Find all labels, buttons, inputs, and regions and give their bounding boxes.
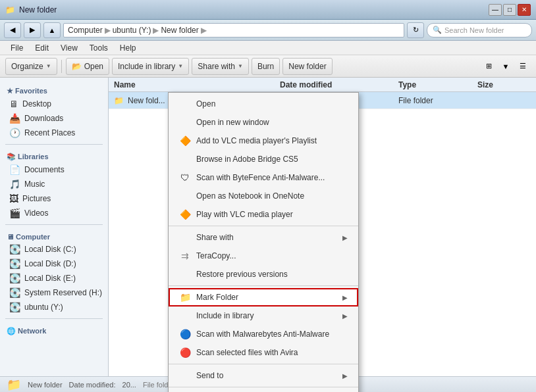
- ctx-share-with[interactable]: Share with ▶: [169, 228, 358, 247]
- status-date-label: Date modified:: [69, 381, 116, 389]
- sidebar-item-c[interactable]: 💽 Local Disk (C:): [0, 242, 108, 257]
- view-dropdown-button[interactable]: ▼: [498, 59, 514, 74]
- back-button[interactable]: ◀: [4, 22, 21, 38]
- ctx-bytefence-label: Scan with ByteFence Anti-Malware...: [196, 173, 325, 182]
- desktop-label: Desktop: [22, 99, 51, 109]
- organize-arrow: ▼: [46, 63, 51, 69]
- ctx-separator-4: [169, 387, 358, 387]
- ctx-mark-folder[interactable]: 📁 Mark Folder ▶: [169, 288, 358, 306]
- ctx-send-to[interactable]: Send to ▶: [169, 366, 358, 385]
- sidebar-item-d[interactable]: 💽 Local Disk (D:): [0, 257, 108, 271]
- ctx-open-new-window[interactable]: Open in new window: [169, 113, 358, 132]
- col-header-size[interactable]: Size: [477, 80, 530, 89]
- ctx-onenote-icon: [179, 190, 191, 202]
- ctx-mark-folder-label: Mark Folder: [196, 293, 238, 302]
- status-date-value: 20...: [122, 381, 136, 389]
- file-list-header: Name Date modified Type Size: [109, 78, 536, 92]
- sidebar-item-music[interactable]: 🎵 Music: [0, 177, 108, 191]
- open-label: Open: [84, 62, 103, 71]
- window-icon: 📁: [5, 5, 15, 14]
- ctx-teracopy[interactable]: ⇉ TeraCopy...: [169, 247, 358, 265]
- path-sep-3: ▶: [201, 26, 207, 35]
- ctx-include-library-arrow: ▶: [342, 312, 348, 320]
- col-header-name[interactable]: Name: [109, 80, 280, 89]
- ctx-adobe-bridge-label: Browse in Adobe Bridge CS5: [196, 155, 298, 164]
- address-path[interactable]: Computer ▶ ubuntu (Y:) ▶ New folder ▶: [63, 23, 404, 37]
- documents-label: Documents: [24, 165, 65, 174]
- search-box[interactable]: 🔍 Search New folder: [427, 23, 532, 37]
- sidebar-item-desktop[interactable]: 🖥 Desktop: [0, 97, 108, 111]
- sidebar-item-e[interactable]: 💽 Local Disk (E:): [0, 271, 108, 285]
- ctx-adobe-bridge-icon: [179, 153, 191, 165]
- share-with-button[interactable]: Share with ▼: [192, 58, 249, 75]
- toolbar: Organize ▼ 📂 Open Include in library ▼ S…: [0, 55, 536, 78]
- view-mode-button[interactable]: ⊞: [481, 59, 496, 74]
- computer-label: 🖥 Computer: [0, 229, 108, 242]
- up-button[interactable]: ▲: [43, 22, 61, 38]
- minimize-button[interactable]: —: [489, 4, 502, 16]
- ctx-cut[interactable]: Cut: [169, 389, 358, 392]
- music-icon: 🎵: [9, 179, 20, 189]
- sidebar-item-h[interactable]: 💽 System Reserved (H:): [0, 285, 108, 300]
- preview-pane-button[interactable]: ☰: [515, 59, 531, 74]
- refresh-button[interactable]: ↻: [407, 22, 424, 38]
- libraries-label: 📚 Libraries: [0, 149, 108, 162]
- file-type-cell: File folder: [398, 96, 477, 105]
- disk-y-label: ubuntu (Y:): [24, 303, 63, 312]
- sidebar-item-recent[interactable]: 🕐 Recent Places: [0, 126, 108, 140]
- favorites-label: ★ Favorites: [0, 83, 108, 97]
- ctx-malwarebytes-icon: 🔵: [179, 328, 191, 340]
- ctx-avira[interactable]: 🔴 Scan selected files with Avira: [169, 343, 358, 362]
- menu-edit[interactable]: Edit: [30, 42, 54, 54]
- col-header-date[interactable]: Date modified: [280, 80, 398, 89]
- menu-file[interactable]: File: [5, 42, 28, 54]
- organize-button[interactable]: Organize ▼: [5, 58, 57, 75]
- ctx-bytefence[interactable]: 🛡 Scan with ByteFence Anti-Malware...: [169, 168, 358, 187]
- ctx-malwarebytes[interactable]: 🔵 Scan with Malwarebytes Anti-Malware: [169, 325, 358, 343]
- close-button[interactable]: ✕: [518, 4, 531, 16]
- include-library-button[interactable]: Include in library ▼: [112, 58, 189, 75]
- ctx-vlc-playlist[interactable]: 🔶 Add to VLC media player's Playlist: [169, 132, 358, 150]
- burn-label: Burn: [257, 62, 274, 71]
- ctx-open-icon: [179, 98, 191, 110]
- desktop-icon: 🖥: [9, 99, 18, 109]
- open-button[interactable]: 📂 Open: [66, 58, 109, 75]
- path-segment-ubuntu[interactable]: ubuntu (Y:): [113, 26, 151, 35]
- pictures-icon: 🖼: [9, 193, 18, 204]
- ctx-open[interactable]: Open: [169, 95, 358, 113]
- menu-view[interactable]: View: [55, 42, 83, 54]
- path-segment-computer[interactable]: Computer: [68, 26, 103, 35]
- sidebar-item-videos[interactable]: 🎬 Videos: [0, 206, 108, 220]
- sidebar-item-pictures[interactable]: 🖼 Pictures: [0, 191, 108, 206]
- ctx-onenote[interactable]: Open as Notebook in OneNote: [169, 187, 358, 205]
- ctx-adobe-bridge[interactable]: Browse in Adobe Bridge CS5: [169, 150, 358, 168]
- videos-label: Videos: [24, 208, 48, 218]
- sidebar-item-ubuntu[interactable]: 💽 ubuntu (Y:): [0, 300, 108, 314]
- recent-label: Recent Places: [24, 128, 75, 137]
- path-segment-newfolder[interactable]: New folder: [161, 26, 198, 35]
- new-folder-button[interactable]: New folder: [282, 58, 332, 75]
- ctx-restore-versions[interactable]: Restore previous versions: [169, 265, 358, 283]
- burn-button[interactable]: Burn: [252, 58, 280, 75]
- ctx-vlc-playlist-icon: 🔶: [179, 135, 191, 147]
- disk-c-label: Local Disk (C:): [24, 245, 76, 254]
- sidebar-item-downloads[interactable]: 📥 Downloads: [0, 111, 108, 126]
- menu-bar: File Edit View Tools Help: [0, 41, 536, 55]
- ctx-vlc-play[interactable]: 🔶 Play with VLC media player: [169, 205, 358, 224]
- col-header-type[interactable]: Type: [398, 80, 477, 89]
- sidebar-divider-3: [5, 318, 103, 319]
- network-label: 🌐 Network: [0, 323, 108, 337]
- ctx-malwarebytes-label: Scan with Malwarebytes Anti-Malware: [196, 330, 329, 339]
- maximize-button[interactable]: □: [503, 4, 516, 16]
- ctx-separator-2: [169, 285, 358, 286]
- ctx-include-library[interactable]: Include in library ▶: [169, 306, 358, 325]
- ctx-avira-label: Scan selected files with Avira: [196, 348, 298, 357]
- ctx-vlc-play-icon: 🔶: [179, 208, 191, 220]
- sidebar-item-documents[interactable]: 📄 Documents: [0, 162, 108, 177]
- ctx-vlc-play-label: Play with VLC media player: [196, 210, 293, 219]
- menu-tools[interactable]: Tools: [84, 42, 113, 54]
- ctx-open-new-window-icon: [179, 116, 191, 128]
- menu-help[interactable]: Help: [115, 42, 142, 54]
- sidebar-divider-2: [5, 224, 103, 225]
- forward-button[interactable]: ▶: [24, 22, 41, 38]
